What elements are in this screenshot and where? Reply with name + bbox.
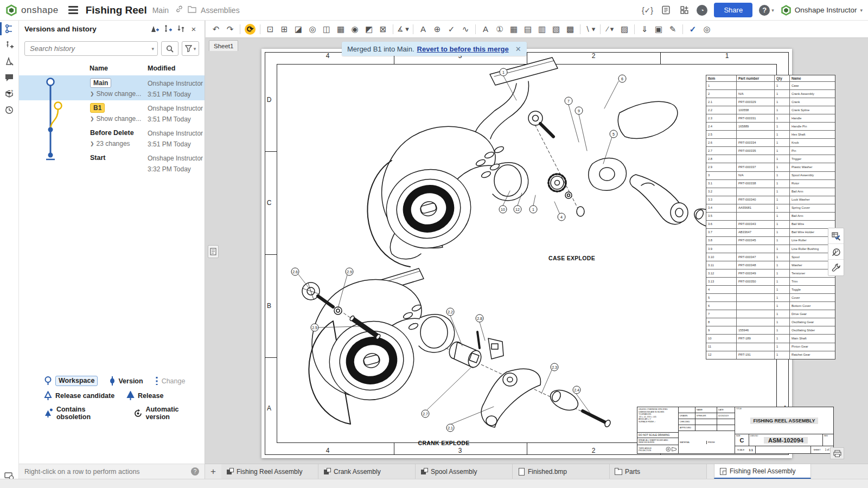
toolbar-icon[interactable]: ⊕	[430, 22, 444, 36]
toolbar-icon[interactable]: ◎	[700, 22, 714, 36]
search-history-input[interactable]	[25, 44, 157, 53]
toolbar-icon[interactable]	[682, 24, 683, 34]
release-tasks-icon[interactable]	[660, 4, 672, 16]
search-history-box[interactable]: ▾	[24, 41, 158, 56]
toolbar-icon[interactable]: ⟳	[245, 24, 256, 35]
toolbar-icon[interactable]: ∿	[458, 22, 473, 36]
language-icon[interactable]: ◔	[697, 5, 707, 16]
toolbar-icon[interactable]: ▦	[507, 22, 521, 36]
toolbar-icon[interactable]: ↶	[209, 22, 223, 36]
toolbar-icon[interactable]	[580, 24, 580, 34]
document-tab[interactable]: Parts	[610, 464, 707, 479]
toolbar-icon[interactable]: ⊡	[263, 22, 277, 36]
bom-row[interactable]: 2.9 PRT-000337 1 Plastic Washer	[706, 163, 835, 171]
breadcrumb[interactable]: Assemblies	[201, 6, 240, 15]
drawing-title-cell[interactable]: TITLE FISHING REEL ASSEMBLY	[735, 407, 833, 434]
toolbar-icon[interactable]: ◫	[320, 22, 334, 36]
search-button[interactable]	[161, 41, 178, 56]
balloon-callout[interactable]: 7	[565, 97, 573, 105]
toolbar-icon[interactable]: ◩	[362, 22, 376, 36]
sheet-tab[interactable]: Sheet1	[209, 40, 238, 51]
bom-row[interactable]: 8 1 Oscillating Gear	[706, 318, 835, 326]
bom-row[interactable]: 10 PRT-189 1 Main Shaft	[706, 335, 835, 343]
toolbar-icon[interactable]: ◪	[291, 22, 305, 36]
filter-button[interactable]: ▾	[182, 41, 199, 56]
balloon-callout[interactable]: 2.3	[551, 363, 559, 371]
expand-chevron-icon[interactable]: ❯	[90, 141, 94, 146]
toolbar-icon[interactable]: ∡ ▾	[396, 22, 410, 36]
document-tab[interactable]: Fishing Reel Assembly	[221, 464, 318, 479]
balloon-callout[interactable]: 4	[558, 213, 566, 221]
toolbar-icon[interactable]: ①	[493, 22, 507, 36]
comments-icon[interactable]	[0, 69, 18, 86]
bom-row[interactable]: 3.6 PRT-000343 1 Bail Wire	[706, 221, 835, 229]
toolbar-icon[interactable]: ◉	[348, 22, 362, 36]
toolbar-icon[interactable]	[393, 24, 393, 34]
toolbar-icon[interactable]	[634, 24, 635, 34]
bom-row[interactable]: 11 1 Pinion Gear	[706, 343, 835, 351]
toolbar-icon[interactable]: ✓	[444, 22, 458, 36]
expand-chevron-icon[interactable]: ❯	[90, 91, 94, 97]
bom-row[interactable]: 3 N/A 1 Spool Assembly	[706, 172, 835, 180]
bom-row[interactable]: 3.7 AB33647 1 Bail Wire Holder	[706, 229, 835, 237]
balloon-callout[interactable]: 2.9	[346, 268, 354, 276]
show-changes-link[interactable]: Show change...	[97, 115, 142, 123]
parts-icon[interactable]: ?	[0, 86, 18, 102]
bom-row[interactable]: 7 1 Drive Gear	[706, 310, 835, 318]
help-caret-icon[interactable]: ▾	[771, 8, 774, 13]
history-row-before-delete[interactable]: Before Delete ❯23 changes Onshape Instru…	[19, 125, 205, 150]
toolbar-icon[interactable]: ⊠	[376, 22, 390, 36]
bom-row[interactable]: 9 155946 1 Oscillating Slider	[706, 326, 835, 335]
document-tab[interactable]: Crank Assembly	[318, 464, 416, 479]
bom-row[interactable]: 3.3 PRT-000340 1 Lock Washer	[706, 196, 835, 204]
column-header-name[interactable]: Name	[90, 65, 146, 72]
toolbar-icon[interactable]	[240, 24, 240, 34]
toolbar-icon[interactable]: ✎	[666, 22, 680, 36]
document-tab[interactable]: Finished.bmp	[513, 464, 610, 479]
balloon-callout[interactable]: 6	[618, 75, 627, 83]
balloon-callout[interactable]: 2.6	[291, 268, 299, 276]
toolbar-icon[interactable]: ▥	[535, 22, 549, 36]
appearance-icon[interactable]	[828, 244, 844, 260]
bom-row[interactable]: 3.12 PRT-000349 1 Tensioner	[706, 269, 835, 278]
balloon-callout[interactable]: 2.7	[422, 410, 430, 418]
featurescript-icon[interactable]: {✓}	[641, 4, 653, 16]
bom-row[interactable]: 3.4 AA55681 1 Spring Cover	[706, 204, 835, 213]
bom-row[interactable]: 2.1 PRT-000329 1 Crank	[706, 98, 835, 106]
bom-check-icon[interactable]	[828, 228, 844, 244]
toolbar-icon[interactable]: ↷	[223, 22, 237, 36]
bom-row[interactable]: 3.9 1 Line Roller Bushing	[706, 245, 835, 253]
create-branch-icon[interactable]	[161, 23, 174, 35]
drawing-canvas[interactable]: 4 3 2 1 4 3 2 1 D C B A D C B A	[205, 38, 868, 464]
bom-row[interactable]: 2.6 PRT-000334 1 Knob	[706, 139, 835, 147]
onshape-logo[interactable]: onshape	[5, 4, 59, 16]
balloon-callout[interactable]: 2.1	[446, 424, 455, 432]
create-version-icon[interactable]	[148, 23, 161, 35]
insert-new-item-icon[interactable]	[0, 37, 18, 53]
balloon-callout[interactable]: 9	[575, 107, 583, 115]
toolbar-icon[interactable]: ▣	[652, 22, 666, 36]
bom-row[interactable]: 2 N/A 1 Crank Assembly	[706, 90, 835, 98]
print-icon[interactable]	[830, 447, 844, 459]
bom-row[interactable]: 1 1 Case	[706, 82, 835, 90]
toolbar-icon[interactable]: ∕ ▾	[603, 22, 617, 36]
toolbar-icon[interactable]: ⊞	[277, 22, 291, 36]
bom-row[interactable]: 2.5 1 Hex Shaft	[706, 131, 835, 139]
workspace-name[interactable]: Main	[152, 6, 169, 15]
versions-history-icon[interactable]	[0, 21, 18, 37]
balloon-callout[interactable]: 5	[610, 130, 618, 138]
release-icon[interactable]	[0, 53, 18, 69]
document-tab[interactable]: Spool Assembly	[416, 464, 513, 479]
balloon-callout[interactable]: 2.5	[311, 324, 319, 332]
bom-row[interactable]: 3.5 1 Bail Arm	[706, 213, 835, 221]
bom-row[interactable]: 2.7 PRT-000335 1 Pin	[706, 147, 835, 155]
toolbar-icon[interactable]: ▨	[617, 22, 631, 36]
bom-row[interactable]: 2.2 100558 1 Crank Spline	[706, 106, 835, 114]
toolbar-icon[interactable]: ▦	[334, 22, 348, 36]
balloon-callout[interactable]: 2.2	[446, 308, 455, 316]
balloon-callout[interactable]: 2.4	[573, 386, 581, 394]
toolbar-icon[interactable]	[413, 24, 413, 34]
bom-row[interactable]: 2.4 165889 1 Handle Pin	[706, 123, 835, 131]
bom-row[interactable]: 3.1 PRT-000338 1 Rotor	[706, 180, 835, 188]
bom-row[interactable]: 2.8 1 Trigger	[706, 155, 835, 163]
